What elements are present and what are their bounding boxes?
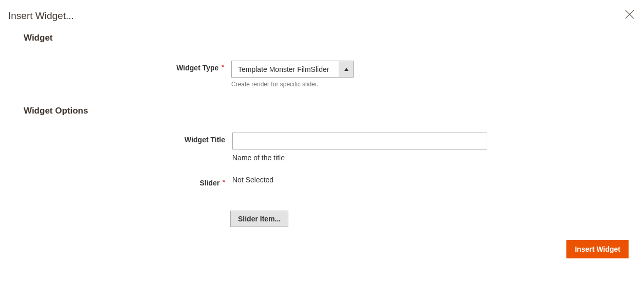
section-options-header: Widget Options bbox=[24, 106, 88, 116]
modal-title: Insert Widget... bbox=[8, 10, 74, 22]
required-asterisk: * bbox=[222, 64, 224, 71]
widget-type-label: Widget Type bbox=[176, 64, 218, 72]
widget-type-value: Template Monster FilmSlider bbox=[232, 61, 339, 77]
slider-value: Not Selected bbox=[232, 176, 273, 184]
field-slider: Slider* Not Selected bbox=[163, 176, 273, 187]
slider-label-wrap: Slider* bbox=[163, 176, 225, 187]
field-widget-title: Widget Title Name of the title bbox=[163, 133, 487, 162]
required-asterisk: * bbox=[223, 179, 225, 186]
widget-type-help: Create render for specific slider. bbox=[231, 81, 354, 88]
close-icon bbox=[625, 10, 634, 19]
svg-marker-2 bbox=[344, 68, 348, 71]
select-arrow bbox=[339, 61, 353, 77]
widget-title-label: Widget Title bbox=[185, 136, 225, 144]
slider-label: Slider bbox=[199, 179, 219, 187]
widget-title-input[interactable] bbox=[232, 133, 487, 149]
widget-title-label-wrap: Widget Title bbox=[163, 133, 225, 144]
insert-widget-button[interactable]: Insert Widget bbox=[566, 240, 629, 258]
section-widget-header: Widget bbox=[24, 33, 53, 43]
widget-title-help: Name of the title bbox=[232, 154, 487, 162]
chevron-up-icon bbox=[344, 68, 348, 71]
widget-type-label-wrap: Widget Type* bbox=[162, 61, 224, 72]
slider-item-button[interactable]: Slider Item... bbox=[230, 211, 288, 227]
close-button[interactable] bbox=[623, 8, 636, 21]
field-widget-type: Widget Type* Template Monster FilmSlider… bbox=[162, 61, 354, 88]
widget-type-select[interactable]: Template Monster FilmSlider bbox=[231, 61, 354, 78]
field-slider-item: Slider Item... bbox=[230, 211, 288, 227]
